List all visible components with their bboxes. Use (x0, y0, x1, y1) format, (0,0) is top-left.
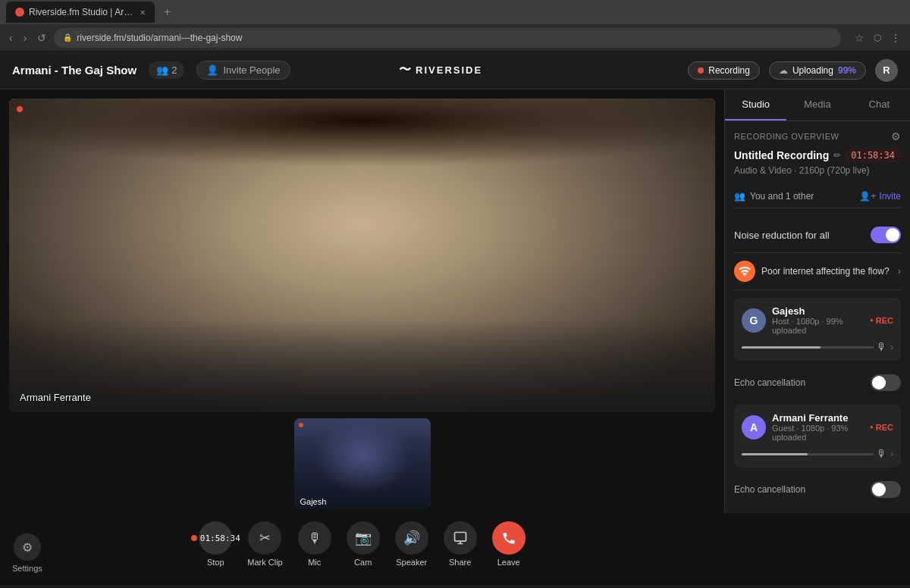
settings-icon: ⚙ (14, 533, 41, 561)
browser-tab-bar: Riverside.fm Studio | Armani... ✕ + (0, 0, 910, 24)
participant-card-armani: A Armani Ferrante Guest · 1080p · 93% up… (734, 405, 901, 468)
users-icon: 👥 (156, 64, 168, 76)
gajesh-initial: G (750, 314, 758, 327)
armani-avatar: A (742, 415, 766, 439)
stop-button[interactable]: 01:58:34 Stop (199, 521, 232, 567)
lock-icon: 🔒 (63, 33, 72, 42)
tab-media[interactable]: Media (786, 89, 848, 120)
gajesh-avatar: G (742, 308, 766, 333)
control-bar: 01:58:34 Stop ✂ Mark Clip 🎙 Mic 📷 Cam (9, 515, 715, 576)
participants-icon: 👥 (734, 191, 745, 202)
armani-echo-toggle-knob (872, 483, 886, 496)
poor-internet-text: Poor internet affecting the flow? (761, 266, 890, 277)
noise-reduction-toggle[interactable] (871, 227, 901, 243)
recording-indicator (17, 106, 23, 112)
cloud-upload-icon: ☁ (779, 65, 788, 76)
gajesh-mic-icon[interactable]: 🎙 (877, 341, 887, 353)
uploading-percent: 99% (838, 65, 856, 76)
uploading-badge: ☁ Uploading 99% (769, 61, 866, 80)
forward-button[interactable]: › (20, 29, 30, 47)
armani-role: Guest (772, 424, 794, 433)
bookmark-button[interactable]: ☆ (852, 30, 868, 45)
riverside-logo: 〜 RIVERSIDE (399, 62, 482, 78)
gajesh-volume-fill (742, 346, 821, 349)
armani-quality-val: 1080p (802, 424, 825, 433)
gajesh-echo-row: Echo cancellation (734, 368, 901, 397)
cam-button[interactable]: 📷 Cam (347, 521, 380, 567)
mic-button[interactable]: 🎙 Mic (298, 521, 331, 567)
invite-btn-label: Invite People (223, 64, 280, 76)
gajesh-expand-button[interactable]: › (890, 342, 893, 352)
stop-timer: 01:58:34 (200, 533, 240, 543)
participants-count-text: You and 1 other (750, 191, 814, 202)
armani-echo-label: Echo cancellation (734, 484, 805, 495)
recording-badge: Recording (688, 61, 760, 80)
leave-button[interactable]: Leave (492, 521, 526, 567)
main-content: Armani Ferrante Gajesh (0, 89, 910, 585)
share-label: Share (449, 558, 471, 567)
participants-row: 👥 You and 1 other 👤+ Invite (734, 185, 901, 208)
invite-people-button[interactable]: 👤 Invite People (196, 61, 290, 80)
edit-icon[interactable]: ✏ (833, 150, 841, 161)
gajesh-echo-toggle-knob (872, 376, 886, 389)
tab-media-label: Media (804, 99, 830, 110)
tab-close-button[interactable]: ✕ (140, 8, 146, 17)
right-panel: Studio Media Chat RECORDING OVERVIEW ⚙ (724, 89, 910, 513)
participants-text: 👥 You and 1 other (734, 191, 814, 202)
gajesh-echo-toggle[interactable] (871, 374, 901, 391)
mark-clip-icon-circle: ✂ (248, 521, 281, 555)
mark-clip-button[interactable]: ✂ Mark Clip (247, 521, 282, 567)
mark-clip-label: Mark Clip (247, 558, 282, 567)
user-plus-icon: 👤 (206, 64, 218, 76)
refresh-button[interactable]: ↺ (34, 29, 49, 47)
armani-meta: Guest · 1080p · 93% uploaded (772, 424, 864, 442)
main-video: Armani Ferrante (9, 99, 715, 412)
new-tab-button[interactable]: + (158, 5, 177, 19)
header-right: Recording ☁ Uploading 99% R (688, 59, 898, 82)
armani-name: Armani Ferrante (772, 412, 864, 424)
speaker-label: Speaker (396, 558, 427, 567)
tab-studio[interactable]: Studio (725, 89, 786, 120)
tab-title: Riverside.fm Studio | Armani... (29, 7, 135, 17)
bottom-area: Gajesh (9, 418, 715, 509)
favicon (15, 8, 24, 17)
tab-chat[interactable]: Chat (849, 89, 910, 120)
armani-echo-toggle[interactable] (871, 481, 901, 498)
recording-name-group: Untitled Recording ✏ (734, 149, 841, 161)
leave-icon-circle (492, 521, 526, 555)
participant-count-badge: 👥 2 (149, 61, 184, 79)
invite-small-button[interactable]: 👤+ Invite (859, 191, 901, 202)
recording-timer-badge: 01:58:34 (845, 149, 901, 162)
settings-button[interactable]: ⚙ Settings (12, 533, 42, 573)
invite-small-icon: 👤+ (859, 191, 876, 202)
speaker-button[interactable]: 🔊 Speaker (395, 521, 428, 567)
pip-video: Gajesh (294, 418, 431, 509)
chevron-down-icon: › (898, 266, 901, 277)
stop-label: Stop (207, 558, 224, 567)
extensions-button[interactable]: ⬡ (871, 31, 884, 45)
share-button[interactable]: Share (444, 521, 477, 567)
noise-reduction-label: Noise reduction for all (734, 230, 830, 241)
invite-small-label: Invite (879, 191, 901, 202)
browser-menu-button[interactable]: ⋮ (887, 30, 904, 45)
armani-mic-icon[interactable]: 🎙 (877, 448, 887, 460)
address-bar[interactable]: 🔒 riverside.fm/studio/armani---the-gaj-s… (54, 28, 841, 48)
recording-label: Recording (708, 65, 750, 76)
speaker-icon-circle: 🔊 (395, 521, 428, 555)
user-avatar[interactable]: R (875, 59, 898, 82)
stop-icon-circle: 01:58:34 (199, 521, 232, 555)
participant-card-gajesh: G Gajesh Host · 1080p · 99% uploaded (734, 298, 901, 361)
gajesh-controls: 🎙 › (742, 341, 893, 353)
mic-icon-circle: 🎙 (298, 521, 331, 555)
back-button[interactable]: ‹ (6, 29, 16, 47)
armani-expand-button[interactable]: › (890, 449, 893, 459)
browser-tab[interactable]: Riverside.fm Studio | Armani... ✕ (6, 2, 155, 23)
armani-volume-bar (742, 453, 874, 455)
video-frame: Armani Ferrante (9, 99, 715, 412)
pip-video-name: Gajesh (300, 497, 327, 506)
settings-gear-icon[interactable]: ⚙ (891, 130, 901, 142)
right-panel-wrapper: Studio Media Chat RECORDING OVERVIEW ⚙ (724, 89, 910, 585)
panel-tabs: Studio Media Chat (725, 89, 910, 121)
toggle-knob (886, 228, 899, 242)
poor-internet-row[interactable]: Poor internet affecting the flow? › (734, 253, 901, 290)
